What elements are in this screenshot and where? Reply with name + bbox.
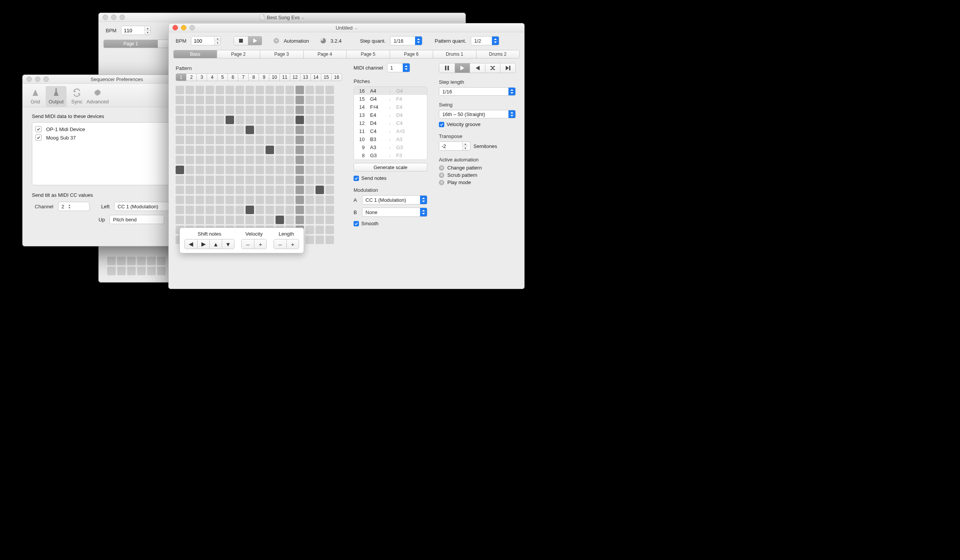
- grid-cell[interactable]: [216, 106, 224, 114]
- grid-cell[interactable]: [256, 186, 264, 194]
- grid-cell[interactable]: [236, 176, 244, 184]
- velocity-minus-button[interactable]: –: [242, 239, 254, 249]
- grid-cell[interactable]: [276, 206, 284, 214]
- grid-cell[interactable]: [316, 196, 324, 204]
- grid-cell[interactable]: [196, 166, 204, 174]
- grid-cell[interactable]: [276, 156, 284, 164]
- grid-cell[interactable]: [266, 216, 274, 224]
- pitch-row[interactable]: 16A4↓G4: [354, 87, 427, 95]
- grid-cell[interactable]: [216, 96, 224, 104]
- grid-cell[interactable]: [196, 206, 204, 214]
- tab-drums-2[interactable]: Drums 2: [476, 50, 520, 58]
- grid-cell[interactable]: [246, 106, 254, 114]
- grid-cell[interactable]: [206, 196, 214, 204]
- grid-cell[interactable]: [266, 146, 274, 154]
- prev-button[interactable]: [470, 63, 485, 73]
- grid-cell[interactable]: [216, 166, 224, 174]
- pattern-num-1[interactable]: 1: [176, 74, 186, 81]
- grid-cell[interactable]: [176, 96, 184, 104]
- pattern-num-10[interactable]: 10: [269, 74, 279, 81]
- grid-cell[interactable]: [296, 106, 304, 114]
- tab-output[interactable]: Output: [46, 86, 66, 107]
- grid-cell[interactable]: [326, 136, 334, 144]
- grid-cell[interactable]: [316, 176, 324, 184]
- grid-cell[interactable]: [226, 156, 234, 164]
- grid-cell[interactable]: [216, 136, 224, 144]
- tab-drums-1[interactable]: Drums 1: [433, 50, 476, 58]
- grid-cell[interactable]: [276, 96, 284, 104]
- grid-cell[interactable]: [236, 106, 244, 114]
- grid-cell[interactable]: [316, 226, 324, 234]
- minimize-icon[interactable]: [35, 76, 40, 82]
- grid-cell[interactable]: [226, 146, 234, 154]
- grid-cell[interactable]: [186, 176, 194, 184]
- grid-cell[interactable]: [286, 186, 294, 194]
- grid-cell[interactable]: [206, 156, 214, 164]
- grid-cell[interactable]: [216, 116, 224, 124]
- grid-cell[interactable]: [296, 96, 304, 104]
- grid-cell[interactable]: [256, 176, 264, 184]
- grid-cell[interactable]: [226, 206, 234, 214]
- grid-cell[interactable]: [286, 96, 294, 104]
- grid-cell[interactable]: [176, 106, 184, 114]
- grid-cell[interactable]: [176, 186, 184, 194]
- grid-cell[interactable]: [236, 166, 244, 174]
- minimize-icon[interactable]: [181, 25, 186, 30]
- grid-cell[interactable]: [206, 146, 214, 154]
- pattern-num-16[interactable]: 16: [331, 74, 342, 81]
- grid-cell[interactable]: [266, 156, 274, 164]
- grid-cell[interactable]: [306, 96, 314, 104]
- pitch-row[interactable]: 9A3↓G3: [354, 143, 427, 151]
- grid-cell[interactable]: [326, 236, 334, 244]
- grid-cell[interactable]: [176, 116, 184, 124]
- left-cc-select[interactable]: CC 1 (Modulation): [114, 202, 169, 211]
- pitch-row[interactable]: 14F♯4↓E4: [354, 103, 427, 111]
- grid-cell[interactable]: [226, 136, 234, 144]
- grid-cell[interactable]: [186, 156, 194, 164]
- grid-cell[interactable]: [196, 136, 204, 144]
- grid-cell[interactable]: [236, 216, 244, 224]
- next-button[interactable]: [500, 63, 515, 73]
- generate-scale-button[interactable]: Generate scale: [354, 163, 427, 171]
- grid-cell[interactable]: [226, 166, 234, 174]
- grid-cell[interactable]: [316, 236, 324, 244]
- grid-cell[interactable]: [306, 156, 314, 164]
- grid-cell[interactable]: [286, 146, 294, 154]
- pattern-num-5[interactable]: 5: [217, 74, 228, 81]
- shift-down-button[interactable]: ▼: [222, 239, 234, 249]
- grid-cell[interactable]: [266, 126, 274, 134]
- remove-icon[interactable]: ✕: [439, 173, 444, 178]
- grid-cell[interactable]: [226, 126, 234, 134]
- grid-cell[interactable]: [286, 166, 294, 174]
- grid-cell[interactable]: [326, 186, 334, 194]
- grid-cell[interactable]: [266, 196, 274, 204]
- grid-cell[interactable]: [296, 136, 304, 144]
- grid-cell[interactable]: [216, 186, 224, 194]
- play-button[interactable]: [455, 63, 470, 73]
- grid-cell[interactable]: [286, 136, 294, 144]
- pattern-num-11[interactable]: 11: [279, 74, 290, 81]
- grid-cell[interactable]: [206, 206, 214, 214]
- checkbox[interactable]: [35, 126, 42, 132]
- grid-cell[interactable]: [206, 216, 214, 224]
- grid-cell[interactable]: [216, 196, 224, 204]
- grid-cell[interactable]: [326, 126, 334, 134]
- grid-cell[interactable]: [176, 136, 184, 144]
- grid-cell[interactable]: [246, 146, 254, 154]
- grid-cell[interactable]: [256, 116, 264, 124]
- swing-select[interactable]: 16th – 50 (Straight): [439, 110, 516, 118]
- mod-b-select[interactable]: None: [362, 208, 427, 217]
- grid-cell[interactable]: [326, 206, 334, 214]
- grid-cell[interactable]: [296, 196, 304, 204]
- grid-cell[interactable]: [306, 126, 314, 134]
- grid-cell[interactable]: [226, 106, 234, 114]
- grid-cell[interactable]: [286, 86, 294, 94]
- grid-cell[interactable]: [256, 146, 264, 154]
- grid-cell[interactable]: [316, 156, 324, 164]
- send-notes-checkbox[interactable]: Send notes: [354, 175, 427, 181]
- tab-page-4[interactable]: Page 4: [303, 50, 347, 58]
- grid-cell[interactable]: [306, 86, 314, 94]
- grid-cell[interactable]: [266, 116, 274, 124]
- length-minus-button[interactable]: –: [274, 239, 286, 249]
- grid-cell[interactable]: [176, 126, 184, 134]
